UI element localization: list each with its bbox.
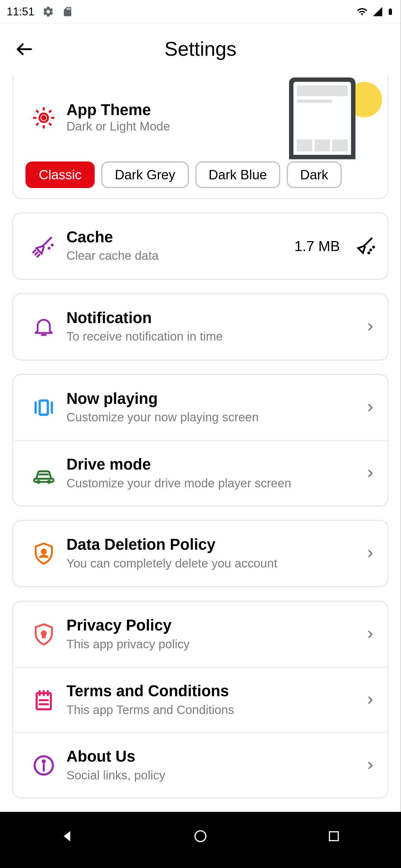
- row-notification[interactable]: Notification To receive notification in …: [13, 294, 388, 360]
- privacy-subtitle: This app privacy policy: [66, 637, 359, 652]
- terms-subtitle: This app Terms and Conditions: [66, 702, 359, 717]
- shield-user-icon: [21, 541, 66, 566]
- terms-title: Terms and Conditions: [66, 682, 359, 700]
- drive-mode-subtitle: Customize your drive mode player screen: [66, 475, 359, 491]
- chevron-right-icon: [364, 467, 376, 479]
- row-terms[interactable]: Terms and Conditions This app Terms and …: [13, 667, 388, 733]
- svg-line-8: [49, 123, 51, 125]
- svg-line-9: [36, 123, 38, 125]
- theme-option-dark-blue[interactable]: Dark Blue: [195, 161, 280, 188]
- svg-point-31: [195, 831, 206, 842]
- sd-card-icon: [62, 5, 73, 18]
- card-data-deletion: Data Deletion Policy You can completely …: [12, 520, 389, 587]
- svg-point-15: [368, 252, 369, 253]
- chevron-right-icon: [364, 401, 376, 413]
- theme-preview-illustration: [289, 82, 377, 154]
- now-playing-subtitle: Customize your now playing screen: [66, 410, 359, 425]
- svg-point-20: [48, 480, 50, 483]
- chevron-right-icon: [364, 628, 376, 641]
- system-nav-bar: [0, 812, 401, 861]
- page-title: Settings: [0, 38, 401, 61]
- svg-point-19: [37, 480, 39, 483]
- data-deletion-subtitle: You can completely delete you account: [66, 556, 359, 571]
- notepad-icon: [21, 688, 66, 712]
- row-privacy-policy[interactable]: Privacy Policy This app privacy policy: [13, 601, 388, 667]
- row-now-playing[interactable]: Now playing Customize your now playing s…: [13, 375, 388, 440]
- svg-point-2: [42, 116, 46, 120]
- drive-mode-title: Drive mode: [66, 456, 359, 473]
- theme-title: App Theme: [66, 101, 289, 119]
- broom-icon: [21, 233, 66, 258]
- card-notification: Notification To receive notification in …: [12, 293, 389, 361]
- theme-option-dark[interactable]: Dark: [287, 161, 342, 188]
- privacy-title: Privacy Policy: [66, 617, 359, 634]
- back-button[interactable]: [11, 36, 38, 62]
- chevron-right-icon: [364, 694, 376, 706]
- wifi-icon: [355, 6, 369, 17]
- about-title: About Us: [66, 747, 359, 765]
- now-playing-title: Now playing: [66, 390, 359, 408]
- cellular-icon: [372, 6, 383, 17]
- svg-rect-17: [40, 401, 48, 415]
- bell-icon: [21, 315, 66, 339]
- row-cache[interactable]: Cache Clear cache data 1.7 MB: [13, 213, 388, 279]
- cache-size: 1.7 MB: [294, 238, 340, 255]
- info-icon: [21, 753, 66, 777]
- carousel-icon: [21, 396, 66, 420]
- svg-point-30: [43, 760, 45, 762]
- status-bar: 11:51: [0, 0, 401, 23]
- card-cache: Cache Clear cache data 1.7 MB: [12, 213, 389, 280]
- about-subtitle: Social links, policy: [66, 768, 359, 783]
- row-drive-mode[interactable]: Drive mode Customize your drive mode pla…: [13, 440, 388, 506]
- card-info: Privacy Policy This app privacy policy: [12, 601, 389, 799]
- card-playback: Now playing Customize your now playing s…: [12, 374, 389, 506]
- car-icon: [21, 461, 66, 486]
- svg-point-13: [370, 249, 371, 250]
- svg-point-12: [52, 244, 53, 246]
- theme-option-dark-grey[interactable]: Dark Grey: [102, 161, 189, 188]
- clean-action-icon[interactable]: [353, 235, 377, 258]
- chevron-right-icon: [364, 759, 376, 771]
- battery-icon: [386, 5, 394, 18]
- app-header: Settings: [0, 23, 401, 75]
- svg-point-14: [373, 247, 374, 248]
- row-data-deletion[interactable]: Data Deletion Policy You can completely …: [13, 521, 388, 587]
- data-deletion-title: Data Deletion Policy: [66, 536, 359, 554]
- row-about-us[interactable]: About Us Social links, policy: [13, 733, 388, 798]
- shield-lock-icon: [21, 622, 66, 647]
- settings-gear-icon: [42, 5, 54, 18]
- brightness-icon: [21, 105, 66, 130]
- status-time: 11:51: [7, 5, 34, 18]
- svg-rect-32: [330, 832, 338, 841]
- nav-back-button[interactable]: [50, 819, 83, 852]
- notification-subtitle: To receive notification in time: [66, 329, 359, 344]
- svg-line-7: [36, 110, 38, 113]
- svg-point-22: [41, 550, 46, 553]
- svg-point-11: [49, 248, 50, 249]
- notification-title: Notification: [66, 309, 359, 327]
- cache-subtitle: Clear cache data: [66, 249, 289, 264]
- nav-home-button[interactable]: [184, 819, 217, 852]
- chevron-right-icon: [364, 321, 376, 333]
- svg-rect-24: [43, 633, 45, 637]
- theme-subtitle: Dark or Light Mode: [66, 119, 289, 134]
- theme-option-classic[interactable]: Classic: [25, 161, 95, 188]
- svg-line-10: [49, 110, 51, 113]
- chevron-right-icon: [364, 548, 376, 560]
- nav-recents-button[interactable]: [317, 819, 351, 852]
- cache-title: Cache: [66, 228, 289, 246]
- card-app-theme: App Theme Dark or Light Mode Classic: [12, 75, 389, 199]
